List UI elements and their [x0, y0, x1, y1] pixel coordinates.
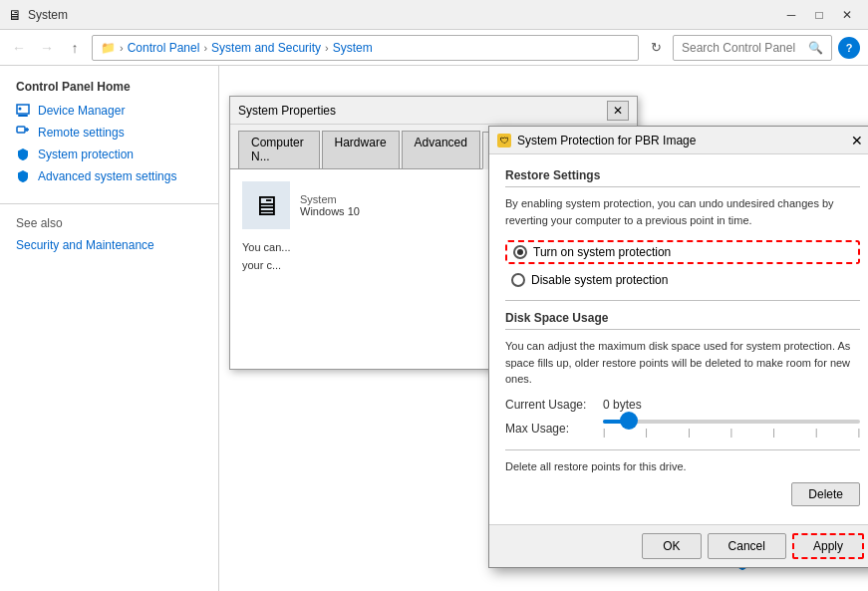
- search-bar: 🔍: [673, 35, 832, 61]
- help-button[interactable]: ?: [838, 37, 860, 59]
- restore-settings-title: Restore Settings: [505, 168, 860, 187]
- current-usage-label: Current Usage:: [505, 398, 595, 412]
- tick-3: |: [688, 428, 690, 438]
- radio-turn-on-input[interactable]: [513, 245, 527, 259]
- main-layout: Control Panel Home Device Manager Remote…: [0, 66, 868, 591]
- sidebar-item-system-protection[interactable]: System protection: [16, 144, 202, 165]
- current-usage-value: 0 bytes: [603, 398, 642, 412]
- protect-dialog-body: Restore Settings By enabling system prot…: [489, 154, 868, 524]
- slider-track: [603, 420, 860, 424]
- sidebar: Control Panel Home Device Manager Remote…: [0, 66, 219, 591]
- radio-disable-label: Disable system protection: [531, 273, 668, 287]
- radio-disable-input[interactable]: [511, 273, 525, 287]
- sidebar-item-device-manager[interactable]: Device Manager: [16, 100, 202, 122]
- back-button[interactable]: ←: [8, 37, 30, 59]
- content-area: ndows 10 Change settings Activate Window…: [219, 66, 868, 591]
- svg-point-1: [19, 108, 22, 111]
- delete-btn-row: Delete: [505, 482, 860, 506]
- system-protection-icon: [16, 148, 30, 161]
- sidebar-item-advanced-settings[interactable]: Advanced system settings: [16, 165, 202, 187]
- tick-4: |: [730, 428, 732, 438]
- disk-usage-title: Disk Space Usage: [505, 311, 860, 330]
- up-button[interactable]: ↑: [64, 37, 86, 59]
- radio-disable[interactable]: Disable system protection: [505, 270, 860, 290]
- breadcrumb-folder-icon: 📁: [101, 41, 116, 55]
- search-icon: 🔍: [808, 41, 823, 55]
- protect-dialog-title: System Protection for PBR Image: [517, 134, 846, 148]
- max-usage-label: Max Usage:: [505, 422, 595, 436]
- sidebar-label-remote-settings: Remote settings: [38, 126, 125, 140]
- tick-7: |: [858, 428, 860, 438]
- disk-usage-desc: You can adjust the maximum disk space us…: [505, 338, 860, 388]
- computer-icon: 🖥: [242, 181, 290, 229]
- sidebar-item-remote-settings[interactable]: Remote settings: [16, 122, 202, 144]
- max-usage-row: Max Usage: | | | | | |: [505, 420, 860, 438]
- sidebar-section-main: Control Panel Home Device Manager Remote…: [0, 76, 218, 195]
- sidebar-divider: [0, 203, 218, 204]
- breadcrumb-system-security[interactable]: System and Security: [211, 41, 321, 55]
- sys-props-title-text: System Properties: [238, 104, 607, 118]
- divider-2: [505, 449, 860, 450]
- breadcrumb-system[interactable]: System: [333, 41, 373, 55]
- cancel-button[interactable]: Cancel: [708, 533, 786, 559]
- dialog-button-bar: OK Cancel Apply: [489, 524, 868, 567]
- minimize-button[interactable]: ─: [778, 5, 804, 25]
- tick-5: |: [772, 428, 774, 438]
- sidebar-label-device-manager: Device Manager: [38, 104, 125, 118]
- sidebar-heading: Control Panel Home: [16, 80, 202, 94]
- delete-button[interactable]: Delete: [791, 482, 860, 506]
- title-bar: 🖥 System ─ □ ✕: [0, 0, 868, 30]
- sys-info-text: System Windows 10: [300, 193, 360, 217]
- sidebar-see-also: See also Security and Maintenance: [0, 212, 218, 264]
- tab-hardware[interactable]: Hardware: [322, 131, 400, 168]
- sys-props-title-bar: System Properties ✕: [230, 97, 637, 125]
- address-bar: ← → ↑ 📁 › Control Panel › System and Sec…: [0, 30, 868, 66]
- apply-button[interactable]: Apply: [792, 533, 864, 559]
- device-manager-icon: [16, 104, 30, 118]
- refresh-button[interactable]: ↻: [645, 37, 667, 59]
- svg-rect-2: [18, 115, 28, 117]
- restore-settings-desc: By enabling system protection, you can u…: [505, 195, 860, 228]
- window-controls: ─ □ ✕: [778, 5, 860, 25]
- remote-settings-icon: [16, 126, 30, 140]
- slider-ticks: | | | | | | |: [603, 428, 860, 438]
- tick-6: |: [815, 428, 817, 438]
- tab-advanced[interactable]: Advanced: [402, 131, 480, 168]
- delete-text: Delete all restore points for this drive…: [505, 460, 860, 472]
- radio-turn-on[interactable]: Turn on system protection: [505, 240, 860, 264]
- sidebar-label-system-protection: System protection: [38, 148, 134, 161]
- tab-computer-name[interactable]: Computer N...: [238, 131, 320, 168]
- protect-title-bar: 🛡 System Protection for PBR Image ✕: [489, 127, 868, 154]
- section-divider: [505, 300, 860, 301]
- see-also-label: See also: [16, 216, 202, 230]
- protect-close-button[interactable]: ✕: [846, 131, 868, 150]
- window-title: System: [28, 8, 778, 22]
- sidebar-label-advanced-settings: Advanced system settings: [38, 169, 176, 183]
- protect-dialog-icon: 🛡: [497, 134, 511, 148]
- forward-button[interactable]: →: [36, 37, 58, 59]
- slider-wrapper: | | | | | | |: [603, 420, 860, 438]
- slider-thumb[interactable]: [620, 412, 638, 430]
- security-maintenance-label: Security and Maintenance: [16, 238, 154, 252]
- system-protection-dialog: 🛡 System Protection for PBR Image ✕ Rest…: [488, 126, 868, 568]
- maximize-button[interactable]: □: [806, 5, 832, 25]
- svg-rect-3: [17, 127, 25, 133]
- breadcrumb-control-panel[interactable]: Control Panel: [128, 41, 200, 55]
- sys-props-close-button[interactable]: ✕: [607, 101, 629, 121]
- tick-1: |: [603, 428, 605, 438]
- close-button[interactable]: ✕: [834, 5, 860, 25]
- system-icon: 🖥: [8, 7, 22, 23]
- ok-button[interactable]: OK: [642, 533, 701, 559]
- search-input[interactable]: [682, 41, 808, 55]
- current-usage-row: Current Usage: 0 bytes: [505, 398, 860, 412]
- breadcrumb: 📁 › Control Panel › System and Security …: [92, 35, 639, 61]
- advanced-settings-icon: [16, 169, 30, 183]
- sidebar-item-security-maintenance[interactable]: Security and Maintenance: [16, 234, 202, 256]
- radio-turn-on-label: Turn on system protection: [533, 245, 671, 259]
- tick-2: |: [646, 428, 648, 438]
